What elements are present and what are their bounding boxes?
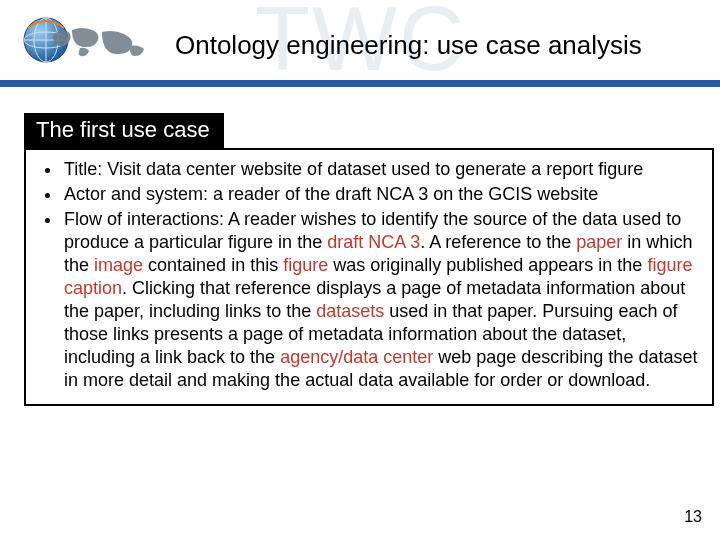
bullet-text: Visit data center website of dataset use…: [107, 159, 643, 179]
bullet-text: a reader of the draft NCA 3 on the GCIS …: [213, 184, 598, 204]
highlight-term: paper: [576, 232, 622, 252]
highlight-term: figure: [283, 255, 328, 275]
bullet-prefix: Flow of interactions:: [64, 209, 228, 229]
highlight-term: draft NCA 3: [327, 232, 420, 252]
bullet-text: contained in this: [143, 255, 283, 275]
highlight-term: agency/data center: [280, 347, 433, 367]
bullet-text: was originally published appears in the: [328, 255, 647, 275]
slide: TWC: [0, 0, 720, 540]
page-number: 13: [684, 508, 702, 526]
header: Ontology engineering: use case analysis: [0, 0, 720, 82]
list-item: Actor and system: a reader of the draft …: [62, 183, 702, 206]
bullet-prefix: Title:: [64, 159, 107, 179]
org-logo: [20, 14, 150, 70]
bullet-prefix: Actor and system:: [64, 184, 213, 204]
highlight-term: datasets: [316, 301, 384, 321]
section-heading: The first use case: [24, 113, 224, 149]
highlight-term: image: [94, 255, 143, 275]
content-box: Title: Visit data center website of data…: [24, 148, 714, 406]
world-map-icon: [50, 24, 150, 62]
list-item: Title: Visit data center website of data…: [62, 158, 702, 181]
bullet-text: . A reference to the: [420, 232, 576, 252]
bullet-list: Title: Visit data center website of data…: [36, 158, 702, 392]
slide-title: Ontology engineering: use case analysis: [175, 30, 642, 61]
list-item: Flow of interactions: A reader wishes to…: [62, 208, 702, 392]
